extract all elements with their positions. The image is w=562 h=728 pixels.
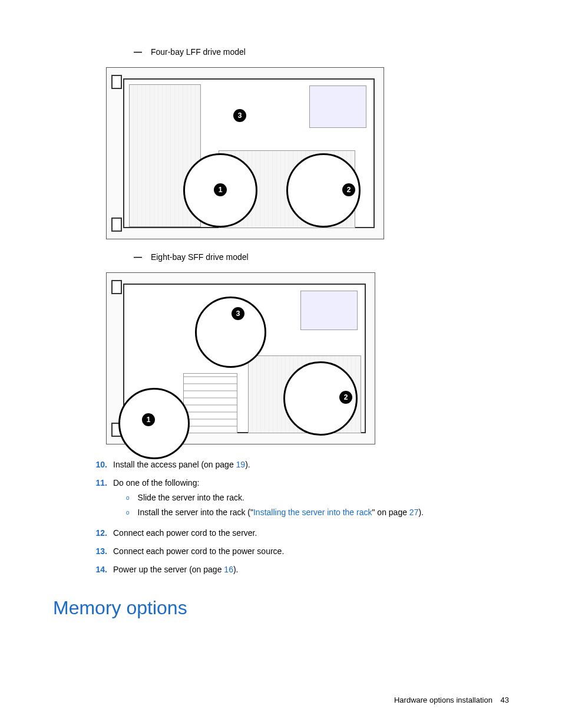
step-text: Connect each power cord to the power sou…	[113, 545, 509, 558]
callout-1: 1	[142, 413, 155, 426]
zoom-circle-1	[118, 388, 190, 459]
diagram-four-bay-lff: 1 2 3	[106, 67, 384, 239]
page-footer: Hardware options installation 43	[394, 696, 509, 704]
sub-option-list: o Slide the server into the rack. o Inst…	[126, 492, 509, 519]
figure-caption-1: — Four-bay LFF drive model	[130, 47, 509, 57]
bullet-icon: o	[126, 508, 130, 517]
sub-option: o Slide the server into the rack.	[126, 492, 509, 504]
step-text: Do one of the following: o Slide the ser…	[113, 477, 509, 521]
footer-page-number: 43	[501, 696, 509, 704]
page-link[interactable]: 16	[224, 565, 233, 574]
callout-2: 2	[339, 391, 352, 404]
instruction-list: 10. Install the access panel (on page 19…	[53, 459, 509, 576]
step-text: Install the access panel (on page 19).	[113, 459, 509, 471]
step-11: 11. Do one of the following: o Slide the…	[88, 477, 509, 521]
page-link[interactable]: 19	[236, 460, 246, 469]
step-10: 10. Install the access panel (on page 19…	[88, 459, 509, 471]
callout-1: 1	[214, 183, 227, 196]
diagram-eight-bay-sff: 1 2 3	[106, 272, 375, 444]
psu-area	[300, 291, 358, 330]
bullet-icon: o	[126, 493, 130, 502]
em-dash-icon: —	[130, 252, 146, 262]
step-14: 14. Power up the server (on page 16).	[88, 564, 509, 576]
callout-3: 3	[232, 307, 244, 320]
step-text: Power up the server (on page 16).	[113, 564, 509, 576]
step-13: 13. Connect each power cord to the power…	[88, 545, 509, 558]
step-number: 10.	[88, 459, 107, 471]
zoom-circle-3	[195, 297, 266, 368]
psu-area	[309, 85, 366, 128]
step-12: 12. Connect each power cord to the serve…	[88, 527, 509, 539]
cross-ref-link[interactable]: Installing the server into the rack	[253, 508, 372, 517]
figure-caption-2: — Eight-bay SFF drive model	[130, 252, 509, 262]
step-number: 13.	[88, 545, 107, 558]
sub-option: o Install the server into the rack ("Ins…	[126, 506, 509, 519]
footer-section: Hardware options installation	[394, 696, 492, 704]
sub-option-text: Install the server into the rack ("Insta…	[138, 506, 424, 519]
caption-text: Eight-bay SFF drive model	[151, 252, 249, 262]
section-heading: Memory options	[53, 597, 509, 619]
step-number: 14.	[88, 564, 107, 576]
drive-bay-area	[183, 373, 237, 433]
step-text: Connect each power cord to the server.	[113, 527, 509, 539]
caption-text: Four-bay LFF drive model	[151, 47, 246, 57]
document-page: — Four-bay LFF drive model 1 2 3 — Eight…	[0, 0, 562, 728]
callout-2: 2	[342, 183, 355, 196]
step-number: 12.	[88, 527, 107, 539]
em-dash-icon: —	[130, 47, 146, 57]
step-number: 11.	[88, 477, 107, 489]
callout-3: 3	[233, 109, 246, 122]
page-link[interactable]: 27	[409, 508, 419, 517]
